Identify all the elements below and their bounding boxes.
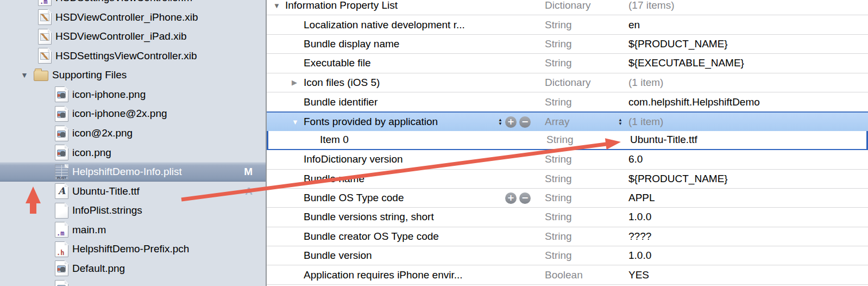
sidebar-item-icon-2x-png[interactable]: icon@2x.png (0, 123, 266, 143)
plist-row-bundle-identifier[interactable]: Bundle identifier String com.helpshift.H… (267, 92, 868, 111)
plist-type-label: String (545, 38, 572, 50)
plist-type-label: Boolean (545, 269, 583, 281)
value-stepper[interactable]: ▲▼ (618, 118, 622, 126)
plist-row-executable-file[interactable]: Executable file String ${EXECUTABLE_NAME… (267, 54, 868, 73)
plist-row-infodictionary-version[interactable]: InfoDictionary version String 6.0 (267, 150, 868, 169)
plist-row-bundle-creator-os-type-code[interactable]: Bundle creator OS Type code String ???? (267, 227, 868, 246)
plist-value-cell[interactable]: com.helpshift.HelpshiftDemo (627, 92, 868, 111)
plist-type-label: String (545, 192, 572, 204)
plist-value-label: ${PRODUCT_NAME} (628, 173, 728, 185)
sidebar-item-partial[interactable] (0, 278, 266, 286)
plist-type-cell: String (544, 35, 627, 53)
sidebar-item-icon-iphone-png[interactable]: icon-iphone.png (0, 85, 266, 104)
plist-value-cell[interactable]: ${PRODUCT_NAME} (627, 35, 868, 53)
plist-value-label: 6.0 (628, 153, 643, 165)
plist-key-cell: ▶ Icon files (iOS 5) (267, 73, 544, 92)
sidebar-item-helpshiftdemo-prefix-pch[interactable]: HelpshiftDemo-Prefix.pch (0, 240, 266, 259)
plus-row-button[interactable]: + (505, 192, 517, 204)
sidebar-item-icon-png[interactable]: icon.png (0, 143, 266, 163)
minus-row-button[interactable]: − (519, 192, 531, 204)
plist-type-cell: String (544, 150, 627, 169)
sidebar-item-ubuntu-title-ttf[interactable]: Ubuntu-Title.ttf A (0, 182, 266, 201)
sidebar-item-helpshiftdemo-info-plist[interactable]: HelpshiftDemo-Info.plist M (0, 162, 266, 182)
image-file-icon (55, 106, 68, 122)
disclosure-triangle-right-icon[interactable]: ▶ (292, 79, 304, 86)
plist-value-label: YES (628, 269, 649, 281)
plist-value-cell[interactable]: ${EXECUTABLE_NAME} (627, 54, 868, 72)
sidebar-item-label: icon.png (72, 147, 111, 159)
plist-key-label: Information Property List (285, 0, 398, 11)
sidebar-item-infoplist-strings[interactable]: InfoPlist.strings (0, 201, 266, 220)
plist-row-bundle-version[interactable]: Bundle version String 1.0.0 (267, 246, 868, 265)
plist-value-cell[interactable]: 1.0.0 (627, 246, 868, 265)
sidebar-item-supporting-files[interactable]: ▼ Supporting Files (0, 66, 266, 85)
plist-value-cell[interactable]: YES (627, 265, 868, 284)
sidebar-item-label: Supporting Files (52, 69, 127, 81)
plist-key-label: Bundle OS Type code (304, 192, 404, 204)
plist-key-label: Icon files (iOS 5) (304, 77, 380, 89)
plist-value-cell[interactable]: (1 item) (627, 73, 868, 92)
plist-row-fonts-provided-by-application[interactable]: ▼ Fonts provided by application ▲▼+− Arr… (267, 111, 868, 130)
plist-type-label: String (545, 173, 572, 185)
plist-key-label: Bundle versions string, short (304, 211, 434, 223)
stepper-down-icon[interactable]: ▼ (498, 122, 502, 126)
plist-type-cell: Dictionary (544, 0, 627, 15)
plist-value-cell[interactable]: en (627, 15, 868, 34)
sidebar-item-hsdviewcontroller-iphone-xib[interactable]: HSDViewController_iPhone.xib (0, 8, 266, 27)
plist-value-cell[interactable]: (1 item) (627, 113, 868, 130)
sidebar-item-icon-iphone-2x-png[interactable]: icon-iphone@2x.png (0, 104, 266, 124)
disclosure-triangle-down-icon[interactable]: ▼ (273, 2, 285, 9)
plist-value-cell[interactable]: ???? (627, 227, 868, 246)
text-file-icon (55, 203, 68, 219)
sidebar-item-main-m[interactable]: main.m (0, 220, 266, 240)
sidebar-item-default-png[interactable]: Default.png (0, 259, 266, 278)
plist-value-label: (1 item) (628, 77, 663, 89)
plist-value-label: ${PRODUCT_NAME} (628, 38, 728, 50)
plist-key-label: Bundle identifier (304, 96, 378, 108)
plist-value-label: ${EXECUTABLE_NAME} (628, 57, 744, 69)
disclosure-triangle-down-icon[interactable]: ▼ (21, 71, 34, 79)
sidebar-item-label: HelpshiftDemo-Prefix.pch (72, 243, 189, 255)
minus-row-button[interactable]: − (519, 116, 531, 128)
plist-row-icon-files-ios-5[interactable]: ▶ Icon files (iOS 5) Dictionary (1 item) (267, 73, 868, 92)
sidebar-item-label: HSDViewController_iPad.xib (55, 30, 186, 42)
plist-row-bundle-name[interactable]: Bundle name String ${PRODUCT_NAME} (267, 170, 868, 189)
plist-file-icon (55, 164, 68, 180)
plist-key-cell: Bundle OS Type code +− (267, 189, 544, 207)
plist-row-bundle-display-name[interactable]: Bundle display name String ${PRODUCT_NAM… (267, 35, 868, 54)
disclosure-triangle-down-icon[interactable]: ▼ (292, 119, 304, 126)
plist-row-item-0[interactable]: Item 0 String Ubuntu-Title.ttf (267, 131, 868, 150)
plist-value-cell[interactable]: (17 items) (627, 0, 868, 15)
plist-row-bundle-os-type-code[interactable]: Bundle OS Type code +− String APPL (267, 189, 868, 208)
plist-value-label: (17 items) (628, 0, 674, 11)
stepper-down-icon[interactable]: ▼ (618, 122, 622, 126)
sidebar-item-label: InfoPlist.strings (72, 204, 142, 216)
plist-key-cell: Application requires iPhone envir... (267, 265, 544, 284)
plus-row-button[interactable]: + (505, 116, 517, 128)
plist-type-label: Dictionary (545, 0, 590, 11)
plist-value-cell[interactable]: 6.0 (627, 150, 868, 169)
m-file-icon (55, 222, 68, 238)
sidebar-item-hsdviewcontroller-ipad-xib[interactable]: HSDViewController_iPad.xib (0, 27, 266, 47)
plist-row-localization-native-development-r[interactable]: Localization native development r... Str… (267, 15, 868, 34)
plist-value-cell[interactable]: ${PRODUCT_NAME} (627, 170, 868, 188)
plist-editor: ▼ Information Property List Dictionary (… (267, 0, 868, 286)
plist-key-cell: Bundle name (267, 170, 544, 188)
plist-value-cell[interactable]: 1.0.0 (627, 208, 868, 226)
plist-key-cell: Bundle creator OS Type code (267, 227, 544, 246)
value-stepper[interactable]: ▲▼ (498, 118, 502, 126)
plist-row-information-property-list[interactable]: ▼ Information Property List Dictionary (… (267, 0, 868, 15)
sidebar-item-hsdsettingsviewcontroller-xib[interactable]: HSDSettingsViewController.xib (0, 46, 266, 66)
sidebar-item-label: main.m (72, 224, 106, 236)
source-control-status-badge: M (244, 166, 253, 178)
plist-key-label: Bundle name (304, 173, 364, 185)
plist-key-cell: Bundle version (267, 246, 544, 265)
sidebar-item-hsdsettingsviewcontroller-m[interactable]: HSDSettingsViewController.m (0, 0, 266, 8)
plist-key-cell: Item 0 (268, 131, 545, 149)
plist-value-label: 1.0.0 (628, 211, 651, 223)
plist-row-application-requires-iphone-envir[interactable]: Application requires iPhone envir... Boo… (267, 265, 868, 284)
plist-key-label: Item 0 (320, 134, 349, 146)
plist-value-cell[interactable]: Ubuntu-Title.ttf (628, 131, 866, 149)
plist-value-cell[interactable]: APPL (627, 189, 868, 207)
plist-row-bundle-versions-string-short[interactable]: Bundle versions string, short String 1.0… (267, 208, 868, 227)
